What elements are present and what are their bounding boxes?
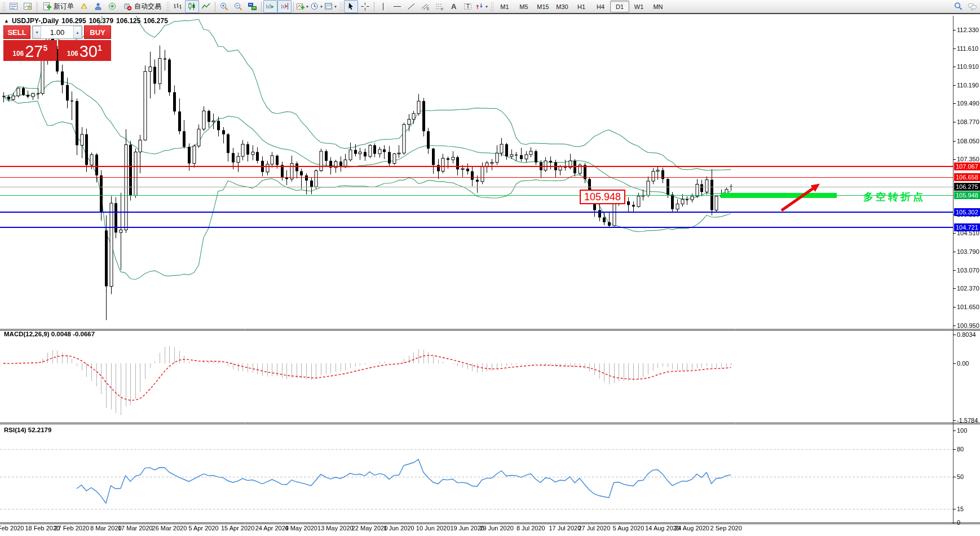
rsi-tick-15: 15	[957, 505, 980, 513]
turning-point-annotation[interactable]: 多空转折点	[863, 190, 925, 204]
sell-button[interactable]: SELL	[3, 25, 30, 39]
price-tick-112.330: 112.330	[957, 26, 980, 34]
timeframe-m15[interactable]: M15	[533, 1, 553, 12]
autotrading-button[interactable]: 自动交易	[120, 0, 165, 13]
data-window-icon[interactable]	[21, 0, 35, 13]
buy-price-pips: 30	[80, 43, 98, 60]
template-icon[interactable]: ▼	[324, 0, 338, 13]
cursor-icon[interactable]	[344, 0, 358, 13]
timeframe-h1[interactable]: H1	[572, 1, 591, 12]
ohlc-high: 106.379	[89, 17, 113, 25]
date-tick: 24 Apr 2020	[255, 525, 289, 531]
price-tick-100.950: 100.950	[957, 322, 980, 329]
macd-tick--1.5784: -1.5784	[957, 416, 980, 424]
tile-windows-icon[interactable]	[245, 0, 259, 13]
buy-price[interactable]: 106 30 1	[58, 40, 112, 61]
new-order-button[interactable]: 新订单	[39, 0, 77, 13]
ohlc-low: 106.125	[116, 17, 140, 25]
indicators-icon[interactable]: ▼	[295, 0, 310, 13]
chat-icon[interactable]	[965, 0, 979, 13]
channel-icon[interactable]: E	[418, 0, 432, 13]
price-tag-104.721: 104.721	[954, 223, 980, 231]
sell-price-big-figure: 106	[12, 50, 24, 58]
symbol-collapse-icon[interactable]: ▲	[4, 18, 9, 24]
timeframe-h4[interactable]: H4	[591, 1, 610, 12]
label-icon[interactable]: T	[461, 0, 475, 13]
chart-canvas[interactable]	[0, 14, 980, 536]
vline-icon[interactable]	[376, 0, 390, 13]
search-icon[interactable]	[951, 0, 965, 13]
doc-plus-icon	[42, 2, 52, 11]
timeframe-group: M1M5M15M30H1H4D1W1MN	[495, 1, 668, 12]
web-terminal-icon[interactable]	[105, 0, 120, 13]
crosshair-icon[interactable]	[358, 0, 372, 13]
sell-price[interactable]: 106 27 5	[3, 40, 57, 61]
price-tick-103.790: 103.790	[957, 248, 980, 256]
macd-tick-0.00: 0.00	[957, 359, 980, 367]
price-tick-111.610: 111.610	[957, 45, 980, 52]
date-tick: 29 Jun 2020	[479, 525, 514, 531]
price-tag-105.948: 105.948	[954, 191, 980, 199]
dropdown-caret-icon[interactable]: ▼	[485, 5, 488, 8]
market-watch-icon[interactable]	[7, 0, 21, 13]
toolbar-grip	[2, 2, 5, 12]
main-toolbar: 新订单自动交易▼▼▼EFAT▼M1M5M15M30H1H4D1W1MN	[0, 0, 980, 14]
support-price-label[interactable]: 105.948	[580, 190, 625, 204]
rsi-label: RSI(14) 52.2179	[4, 427, 51, 433]
price-tick-110.190: 110.190	[957, 81, 980, 89]
one-click-trade-panel: SELL ▼ ▲ BUY 106 27 5 106 30 1	[3, 25, 111, 61]
sell-price-point: 5	[43, 43, 48, 52]
timeframe-w1[interactable]: W1	[629, 1, 648, 12]
volume-stepper: ▼ ▲	[32, 25, 82, 39]
rsi-tick-100: 100	[957, 427, 980, 434]
date-tick: 26 Mar 2020	[152, 525, 187, 531]
candle-chart-icon[interactable]	[185, 0, 199, 13]
date-tick: 24 Aug 2020	[674, 525, 709, 531]
date-tick: 8 Mar 2020	[90, 525, 122, 531]
community-icon[interactable]	[91, 0, 105, 13]
toolbar-grip	[491, 2, 493, 12]
timeframe-m30[interactable]: M30	[553, 1, 572, 12]
date-tick: 27 Feb 2020	[54, 525, 89, 531]
price-tick-102.370: 102.370	[957, 284, 980, 292]
fibonacci-icon[interactable]: F	[432, 0, 447, 13]
date-tick: 22 May 2020	[352, 525, 388, 531]
bar-chart-icon[interactable]	[171, 0, 185, 13]
trendline-icon[interactable]	[404, 0, 418, 13]
date-tick: 9 Feb 2020	[0, 525, 24, 531]
timeframe-d1[interactable]: D1	[610, 1, 629, 12]
chart-shift-icon[interactable]	[277, 0, 292, 13]
svg-text:E: E	[427, 7, 430, 11]
date-tick: 5 Apr 2020	[188, 525, 218, 531]
hline-icon[interactable]	[390, 0, 404, 13]
volume-input[interactable]	[41, 26, 73, 38]
metaeditor-icon[interactable]	[77, 0, 91, 13]
line-chart-icon[interactable]	[199, 0, 213, 13]
timeframe-mn[interactable]: MN	[648, 1, 668, 12]
autoscroll-icon[interactable]	[263, 0, 277, 13]
dropdown-caret-icon[interactable]: ▼	[334, 5, 337, 8]
dropdown-caret-icon[interactable]: ▼	[306, 5, 309, 8]
zoom-in-icon[interactable]	[217, 0, 231, 13]
text-icon[interactable]: A	[447, 0, 461, 13]
periods-icon[interactable]: ▼	[310, 0, 324, 13]
timeframe-m1[interactable]: M1	[495, 1, 514, 12]
ohlc-open: 106.295	[61, 17, 86, 25]
dropdown-caret-icon[interactable]: ▼	[320, 5, 323, 8]
arrows-icon[interactable]: ▼	[475, 0, 489, 13]
toolbar-separator	[37, 2, 37, 12]
buy-price-big-figure: 106	[67, 50, 78, 58]
zoom-out-icon[interactable]	[231, 0, 245, 13]
volume-decrease-icon[interactable]: ▼	[33, 26, 41, 38]
date-tick: 2 Sep 2020	[710, 525, 742, 531]
price-tick-107.350: 107.350	[957, 155, 980, 163]
price-tick-108.050: 108.050	[957, 137, 980, 145]
volume-increase-icon[interactable]: ▲	[73, 26, 82, 38]
buy-price-point: 1	[98, 43, 102, 52]
date-tick: 17 Mar 2020	[118, 525, 153, 531]
timeframe-m5[interactable]: M5	[514, 1, 533, 12]
svg-text:F: F	[442, 7, 444, 11]
buy-button[interactable]: BUY	[84, 25, 111, 39]
price-tag-106.658: 106.658	[954, 173, 980, 181]
date-tick: 1 Jun 2020	[383, 525, 414, 531]
